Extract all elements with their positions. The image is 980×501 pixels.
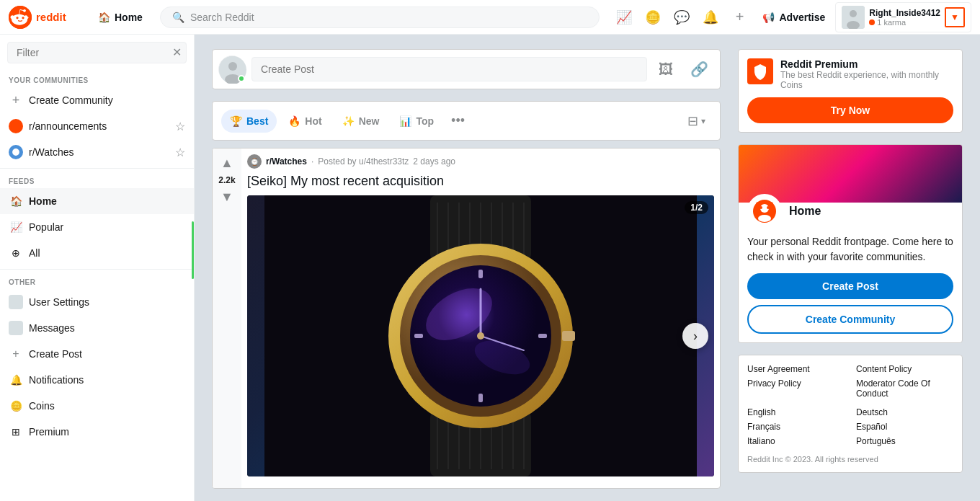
premium-text: Reddit Premium The best Reddit experienc… <box>780 58 953 90</box>
coins-sidebar-icon: 🪙 <box>9 399 23 413</box>
footer-user-agreement[interactable]: User Agreement <box>747 364 845 374</box>
sidebar-item-notifications[interactable]: 🔔 Notifications <box>0 367 194 393</box>
svg-point-9 <box>12 148 19 156</box>
subreddit-icon: ⌚ <box>247 154 262 169</box>
post-image: 1/2 › <box>247 195 714 476</box>
premium-card: Reddit Premium The best Reddit experienc… <box>738 49 963 133</box>
sort-new-label: New <box>359 115 380 127</box>
footer-lang-francais[interactable]: Français <box>747 422 845 432</box>
sidebar-item-all[interactable]: ⊕ All <box>0 240 194 266</box>
post-avatar <box>218 56 246 83</box>
community-icon-watches <box>9 145 23 159</box>
user-info: Right_Inside3412 1 karma <box>869 8 940 27</box>
search-bar[interactable]: 🔍 Search Reddit <box>160 6 600 28</box>
post-subreddit[interactable]: r/Watches <box>266 156 307 167</box>
karma-dot <box>869 19 875 25</box>
footer-privacy-policy[interactable]: Privacy Policy <box>747 378 845 399</box>
notifications-icon-btn[interactable]: 🔔 <box>698 4 723 30</box>
view-toggle[interactable]: ⊟ ▾ <box>682 109 711 133</box>
advertise-icon: 📢 <box>762 12 775 23</box>
downvote-button[interactable]: ▼ <box>219 188 235 206</box>
vote-column: ▲ 2.2k ▼ <box>213 148 241 488</box>
sidebar-item-home[interactable]: 🏠 Home <box>0 188 194 214</box>
bell-icon: 🔔 <box>703 9 718 25</box>
right-create-post-button[interactable]: Create Post <box>747 273 953 299</box>
sort-tab-top[interactable]: 📊 Top <box>391 110 442 133</box>
sidebar-watches-label: r/Watches <box>29 146 169 158</box>
footer-lang-portugues[interactable]: Português <box>856 436 953 446</box>
logo[interactable]: reddit <box>9 6 86 29</box>
sidebar-user-settings-label: User Settings <box>29 296 185 308</box>
upvote-button[interactable]: ▲ <box>219 154 235 172</box>
sort-tab-best[interactable]: 🏆 Best <box>221 110 277 133</box>
dropdown-arrow-icon[interactable]: ▼ <box>945 7 965 27</box>
home-card-title: Home <box>789 205 821 218</box>
create-post-input[interactable] <box>251 57 647 81</box>
sidebar-create-post-label: Create Post <box>29 348 185 360</box>
header: reddit 🏠 Home 🔍 Search Reddit 📈 🪙 💬 🔔 + … <box>0 0 980 35</box>
sort-tab-hot[interactable]: 🔥 Hot <box>280 110 330 133</box>
karma-text: 1 karma <box>877 18 906 27</box>
plus-icon: + <box>736 9 744 25</box>
post-body: ⌚ r/Watches · Posted by u/4thestr33tz 2 … <box>241 148 720 488</box>
view-icon: ⊟ <box>687 113 698 129</box>
home-nav-button[interactable]: 🏠 Home <box>92 7 148 27</box>
star-icon-watches[interactable]: ☆ <box>175 146 185 159</box>
sidebar-section-other: OTHER <box>0 272 194 289</box>
svg-rect-44 <box>414 334 423 338</box>
footer-lang-english[interactable]: English <box>747 407 845 417</box>
sidebar-item-premium[interactable]: ⊞ Premium <box>0 419 194 445</box>
sidebar-messages-label: Messages <box>29 322 185 334</box>
footer-lang-espanol[interactable]: Español <box>856 422 953 432</box>
advertise-label: Advertise <box>779 12 825 23</box>
image-next-btn[interactable]: › <box>682 323 708 349</box>
footer-copyright: Reddit Inc © 2023. All rights reserved <box>747 455 953 464</box>
sidebar-create-community[interactable]: + Create Community <box>0 87 194 113</box>
advertise-button[interactable]: 📢 Advertise <box>755 7 832 27</box>
chat-icon-btn[interactable]: 💬 <box>669 4 695 30</box>
footer-lang-italiano[interactable]: Italiano <box>747 436 845 446</box>
sidebar-item-messages[interactable]: Messages <box>0 315 194 341</box>
layout: ✕ YOUR COMMUNITIES + Create Community r/… <box>0 35 980 501</box>
sidebar-item-announcements[interactable]: r/announcements ☆ <box>0 113 194 139</box>
user-menu[interactable]: Right_Inside3412 1 karma ▼ <box>835 2 971 32</box>
footer-lang-deutsch[interactable]: Deutsch <box>856 407 953 417</box>
coins-icon-btn[interactable]: 🪙 <box>640 4 666 30</box>
home-nav-label: Home <box>115 12 143 23</box>
community-icon-announcements <box>9 119 23 133</box>
sort-tab-new[interactable]: ✨ New <box>334 110 388 133</box>
premium-shield-icon <box>747 58 773 84</box>
sort-best-label: Best <box>246 115 268 127</box>
sidebar-item-user-settings[interactable]: User Settings <box>0 289 194 315</box>
sort-top-label: Top <box>416 115 434 127</box>
right-sidebar: Reddit Premium The best Reddit experienc… <box>738 49 963 487</box>
sidebar-premium-label: Premium <box>29 426 185 438</box>
sort-more-button[interactable]: ••• <box>445 107 471 134</box>
feed: 🖼 🔗 🏆 Best 🔥 Hot ✨ New 📊 <box>212 49 721 487</box>
post-card: ▲ 2.2k ▼ ⌚ r/Watches · Posted by u/4thes… <box>212 148 721 489</box>
try-now-button[interactable]: Try Now <box>747 97 953 123</box>
sidebar-item-watches[interactable]: r/Watches ☆ <box>0 139 194 165</box>
footer-moderator-code[interactable]: Moderator Code Of Conduct <box>856 378 953 399</box>
right-create-community-button[interactable]: Create Community <box>747 305 953 334</box>
image-counter: 1/2 <box>685 201 708 214</box>
messages-icon <box>9 321 23 335</box>
star-icon-announcements[interactable]: ☆ <box>175 120 185 133</box>
sidebar-close-button[interactable]: ✕ <box>166 42 187 62</box>
sidebar-item-create-post[interactable]: + Create Post <box>0 341 194 367</box>
svg-point-2 <box>16 17 18 19</box>
home-card-title-row: Home <box>747 194 953 229</box>
sidebar-divider-1 <box>0 168 194 169</box>
coins-icon: 🪙 <box>645 9 661 25</box>
sidebar-item-coins[interactable]: 🪙 Coins <box>0 393 194 419</box>
footer-content-policy[interactable]: Content Policy <box>856 364 953 374</box>
link-btn[interactable]: 🔗 <box>685 56 714 82</box>
trending-icon-btn[interactable]: 📈 <box>611 4 637 30</box>
image-upload-btn[interactable]: 🖼 <box>653 57 679 82</box>
filter-input[interactable] <box>7 42 187 63</box>
sidebar-item-popular[interactable]: 📈 Popular <box>0 214 194 240</box>
post-title[interactable]: [Seiko] My most recent acquisition <box>247 173 714 190</box>
svg-point-48 <box>758 215 771 222</box>
search-placeholder-text: Search Reddit <box>190 12 254 23</box>
add-icon-btn[interactable]: + <box>726 4 752 30</box>
